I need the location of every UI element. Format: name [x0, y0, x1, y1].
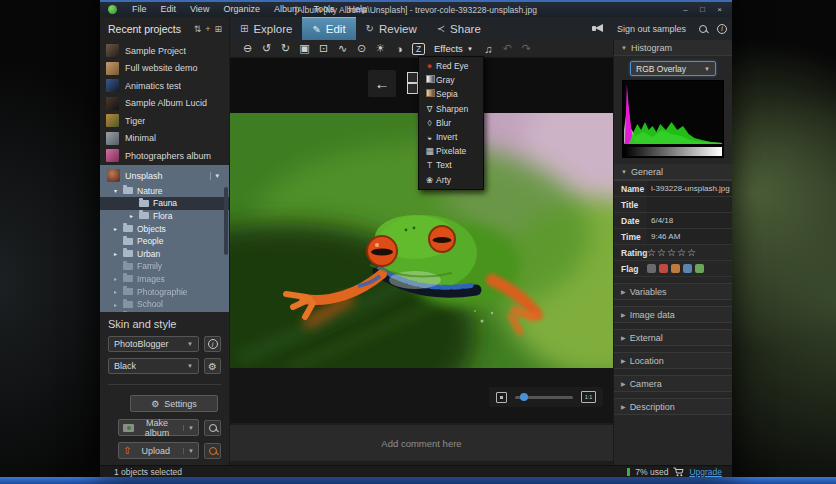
menu-file[interactable]: File [125, 2, 154, 17]
tree-item-images[interactable]: ▸Images [100, 273, 229, 286]
expand-arrow-icon[interactable]: ▸ [114, 288, 123, 295]
flag-green-swatch[interactable] [695, 264, 704, 273]
zoom-out-icon[interactable]: ⊖ [238, 42, 257, 55]
view-online-button[interactable] [204, 443, 221, 459]
crop-icon[interactable]: ⊡ [314, 42, 333, 55]
rotate-right-icon[interactable]: ↻ [276, 42, 295, 55]
effects-item-pixelate[interactable]: ▦Pixelate [419, 144, 483, 158]
undo-icon[interactable]: ↶ [498, 42, 517, 55]
tree-item-fauna[interactable]: Fauna [100, 197, 229, 210]
sign-out-link[interactable]: Sign out samples [609, 17, 694, 40]
actual-size-icon[interactable]: 1:1 [581, 391, 596, 403]
expand-arrow-icon[interactable]: ▸ [114, 275, 123, 282]
tree-item-school[interactable]: ▸School [100, 298, 229, 311]
tree-item-urban[interactable]: ▸Urban [100, 247, 229, 260]
effects-dropdown-button[interactable]: Effects ▼ [434, 43, 473, 54]
brightness-icon[interactable]: ☀ [371, 42, 390, 55]
search-button[interactable] [694, 17, 712, 40]
project-item[interactable]: Full website demo [100, 60, 229, 78]
effects-item-blur[interactable]: ◊Blur [419, 116, 483, 130]
contrast-icon[interactable]: ◑ [390, 43, 409, 55]
flag-red-swatch[interactable] [659, 264, 668, 273]
tree-item-nature[interactable]: ▾Nature [100, 185, 229, 198]
announcements-button[interactable] [587, 17, 609, 40]
comment-input[interactable]: Add comment here [230, 425, 613, 461]
tree-root-unsplash[interactable]: Unsplash ▾ [100, 167, 229, 185]
expand-arrow-icon[interactable]: ▸ [114, 301, 123, 308]
straighten-icon[interactable]: ∿ [333, 42, 352, 55]
section-image-data[interactable]: ▶Image data [614, 306, 732, 323]
fit-to-window-icon[interactable] [496, 392, 507, 403]
tree-root-dropdown[interactable]: ▾ [210, 172, 219, 180]
menu-organize[interactable]: Organize [216, 2, 267, 17]
tree-item-people[interactable]: People [100, 235, 229, 248]
section-location[interactable]: ▶Location [614, 352, 732, 369]
expand-arrow-icon[interactable]: ▸ [114, 225, 123, 232]
tree-item-family[interactable]: Family [100, 260, 229, 273]
project-item[interactable]: Sample Project [100, 42, 229, 60]
tree-item-shoes[interactable]: ▸Shoes [100, 310, 229, 312]
star-icon[interactable]: ☆ [647, 247, 657, 258]
tree-item-flora[interactable]: ▸Flora [100, 210, 229, 223]
menu-edit[interactable]: Edit [154, 2, 184, 17]
zoom-slider-track[interactable] [515, 396, 573, 399]
star-icon[interactable]: ☆ [677, 247, 687, 258]
histogram-mode-select[interactable]: RGB Overlay ▼ [630, 61, 716, 76]
project-item[interactable]: Photographers album [100, 147, 229, 165]
tab-edit[interactable]: ✎ Edit [302, 17, 355, 40]
settings-button[interactable]: ⚙ Settings [130, 395, 218, 412]
expand-arrow-icon[interactable]: ▸ [130, 212, 139, 219]
tree-item-photographie[interactable]: ▸Photographie [100, 285, 229, 298]
upload-dropdown-icon[interactable]: ▼ [183, 448, 194, 454]
project-item[interactable]: Tiger [100, 112, 229, 130]
preview-album-button[interactable] [204, 420, 221, 436]
rating-stars[interactable]: ☆☆☆☆☆ [647, 247, 697, 258]
redo-icon[interactable]: ↷ [517, 42, 536, 55]
skin-select[interactable]: PhotoBlogger ▼ [108, 336, 199, 352]
rotate-left-icon[interactable]: ↺ [257, 42, 276, 55]
histogram-section-header[interactable]: ▼ Histogram [614, 40, 732, 56]
help-button[interactable] [712, 17, 732, 40]
flag-blue-swatch[interactable] [683, 264, 692, 273]
section-description[interactable]: ▶Description [614, 398, 732, 415]
tab-review[interactable]: ↻ Review [356, 17, 427, 40]
tab-share[interactable]: ≺ Share [427, 17, 491, 40]
upload-button[interactable]: ⇧ Upload ▼ [118, 442, 199, 459]
tree-item-objects[interactable]: ▸Objects [100, 222, 229, 235]
upgrade-link[interactable]: Upgrade [689, 467, 722, 477]
soundclip-icon[interactable]: ♫ [479, 43, 498, 55]
name-value[interactable]: i-393228-unsplash.jpg [647, 181, 732, 196]
star-icon[interactable]: ☆ [657, 247, 667, 258]
back-button[interactable]: ← [368, 70, 396, 97]
effects-item-sharpen[interactable]: ∇Sharpen [419, 102, 483, 116]
section-external[interactable]: ▶External [614, 329, 732, 346]
tree-scrollbar[interactable] [224, 187, 228, 255]
grid-view-icon[interactable]: ⊞ [212, 24, 224, 34]
general-section-header[interactable]: ▼ General [614, 164, 732, 180]
auto-levels-icon[interactable]: Z [412, 43, 425, 55]
effects-item-arty[interactable]: ❀Arty [419, 173, 483, 187]
minimize-button[interactable]: – [677, 3, 694, 16]
section-variables[interactable]: ▶Variables [614, 283, 732, 300]
effects-item-gray[interactable]: Gray [419, 73, 483, 87]
make-album-button[interactable]: Make album ▼ [118, 419, 199, 436]
tab-explore[interactable]: ⊞ Explore [230, 17, 302, 40]
project-item[interactable]: Sample Album Lucid [100, 95, 229, 113]
flag-orange-swatch[interactable] [671, 264, 680, 273]
make-album-dropdown-icon[interactable]: ▼ [183, 425, 194, 431]
project-item[interactable]: Minimal [100, 130, 229, 148]
filmstrip-toggle-icon[interactable] [407, 72, 417, 94]
date-value[interactable]: 6/4/18 [647, 213, 732, 228]
red-eye-tool-icon[interactable]: ⊙ [352, 42, 371, 55]
effects-item-sepia[interactable]: Sepia [419, 87, 483, 101]
skin-info-button[interactable] [204, 336, 221, 352]
effects-item-text[interactable]: TText [419, 158, 483, 172]
add-project-icon[interactable]: + [203, 24, 212, 34]
effects-item-invert[interactable]: ◒Invert [419, 130, 483, 144]
sort-projects-icon[interactable]: ⇅ [192, 24, 204, 34]
flag-gray-swatch[interactable] [647, 264, 656, 273]
zoom-slider-knob[interactable] [520, 393, 528, 401]
star-icon[interactable]: ☆ [687, 247, 697, 258]
close-button[interactable]: × [711, 3, 728, 16]
project-item[interactable]: Animatics test [100, 77, 229, 95]
